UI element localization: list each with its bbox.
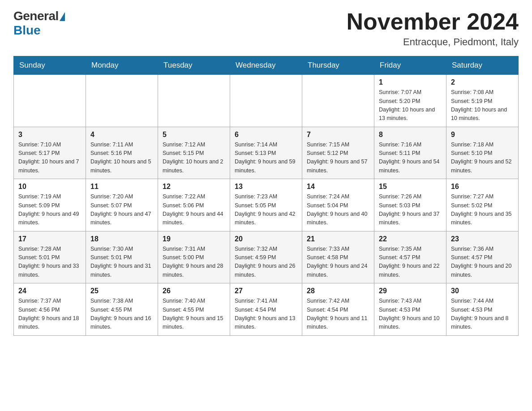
day-info: Sunrise: 7:32 AMSunset: 4:59 PMDaylight:… — [235, 245, 297, 280]
day-info: Sunrise: 7:11 AMSunset: 5:16 PMDaylight:… — [90, 141, 153, 176]
day-info: Sunrise: 7:24 AMSunset: 5:04 PMDaylight:… — [307, 193, 369, 227]
day-number: 23 — [451, 235, 514, 243]
day-info: Sunrise: 7:16 AMSunset: 5:11 PMDaylight:… — [379, 141, 442, 176]
day-info: Sunrise: 7:42 AMSunset: 4:54 PMDaylight:… — [307, 297, 369, 332]
day-info: Sunrise: 7:20 AMSunset: 5:07 PMDaylight:… — [90, 193, 153, 227]
day-number: 7 — [307, 131, 369, 139]
table-row: 5Sunrise: 7:12 AMSunset: 5:15 PMDaylight… — [158, 127, 230, 179]
day-info: Sunrise: 7:08 AMSunset: 5:19 PMDaylight:… — [451, 88, 514, 123]
day-number: 24 — [18, 287, 81, 295]
day-info: Sunrise: 7:36 AMSunset: 4:57 PMDaylight:… — [451, 245, 514, 280]
day-info: Sunrise: 7:23 AMSunset: 5:05 PMDaylight:… — [235, 193, 297, 227]
table-row: 12Sunrise: 7:22 AMSunset: 5:06 PMDayligh… — [158, 179, 230, 231]
table-row: 30Sunrise: 7:44 AMSunset: 4:53 PMDayligh… — [446, 283, 519, 336]
table-row: 23Sunrise: 7:36 AMSunset: 4:57 PMDayligh… — [446, 231, 519, 283]
col-monday: Monday — [86, 56, 158, 75]
week-row-5: 24Sunrise: 7:37 AMSunset: 4:56 PMDayligh… — [14, 283, 519, 336]
day-number: 9 — [451, 131, 514, 139]
day-number: 27 — [235, 287, 297, 295]
location-subtitle: Entracque, Piedmont, Italy — [347, 36, 519, 48]
day-number: 28 — [307, 287, 369, 295]
day-info: Sunrise: 7:15 AMSunset: 5:12 PMDaylight:… — [307, 141, 369, 176]
calendar-header-row: Sunday Monday Tuesday Wednesday Thursday… — [14, 56, 519, 75]
day-number: 17 — [18, 235, 81, 243]
table-row: 27Sunrise: 7:41 AMSunset: 4:54 PMDayligh… — [230, 283, 302, 336]
table-row: 1Sunrise: 7:07 AMSunset: 5:20 PMDaylight… — [374, 75, 446, 127]
day-number: 26 — [163, 287, 225, 295]
day-number: 12 — [163, 183, 225, 191]
table-row — [230, 75, 302, 127]
table-row: 24Sunrise: 7:37 AMSunset: 4:56 PMDayligh… — [14, 283, 86, 336]
table-row: 17Sunrise: 7:28 AMSunset: 5:01 PMDayligh… — [14, 231, 86, 283]
day-info: Sunrise: 7:35 AMSunset: 4:57 PMDaylight:… — [379, 245, 442, 280]
week-row-2: 3Sunrise: 7:10 AMSunset: 5:17 PMDaylight… — [14, 127, 519, 179]
logo: General Blue — [13, 9, 65, 38]
table-row: 18Sunrise: 7:30 AMSunset: 5:01 PMDayligh… — [86, 231, 158, 283]
day-info: Sunrise: 7:33 AMSunset: 4:58 PMDaylight:… — [307, 245, 369, 280]
day-info: Sunrise: 7:37 AMSunset: 4:56 PMDaylight:… — [18, 297, 81, 332]
day-number: 10 — [18, 183, 81, 191]
table-row: 22Sunrise: 7:35 AMSunset: 4:57 PMDayligh… — [374, 231, 446, 283]
logo-general-text: General — [13, 9, 59, 23]
table-row — [302, 75, 374, 127]
table-row: 6Sunrise: 7:14 AMSunset: 5:13 PMDaylight… — [230, 127, 302, 179]
table-row: 20Sunrise: 7:32 AMSunset: 4:59 PMDayligh… — [230, 231, 302, 283]
table-row: 21Sunrise: 7:33 AMSunset: 4:58 PMDayligh… — [302, 231, 374, 283]
day-number: 22 — [379, 235, 442, 243]
day-number: 3 — [18, 131, 81, 139]
day-info: Sunrise: 7:19 AMSunset: 5:09 PMDaylight:… — [18, 193, 81, 227]
page-header: General Blue November 2024 Entracque, Pi… — [13, 9, 519, 48]
day-info: Sunrise: 7:43 AMSunset: 4:53 PMDaylight:… — [379, 297, 442, 332]
day-number: 4 — [90, 131, 153, 139]
table-row — [158, 75, 230, 127]
day-number: 16 — [451, 183, 514, 191]
table-row: 28Sunrise: 7:42 AMSunset: 4:54 PMDayligh… — [302, 283, 374, 336]
table-row: 11Sunrise: 7:20 AMSunset: 5:07 PMDayligh… — [86, 179, 158, 231]
week-row-3: 10Sunrise: 7:19 AMSunset: 5:09 PMDayligh… — [14, 179, 519, 231]
day-number: 20 — [235, 235, 297, 243]
day-number: 6 — [235, 131, 297, 139]
day-info: Sunrise: 7:27 AMSunset: 5:02 PMDaylight:… — [451, 193, 514, 227]
table-row: 19Sunrise: 7:31 AMSunset: 5:00 PMDayligh… — [158, 231, 230, 283]
week-row-1: 1Sunrise: 7:07 AMSunset: 5:20 PMDaylight… — [14, 75, 519, 127]
week-row-4: 17Sunrise: 7:28 AMSunset: 5:01 PMDayligh… — [14, 231, 519, 283]
table-row: 7Sunrise: 7:15 AMSunset: 5:12 PMDaylight… — [302, 127, 374, 179]
day-info: Sunrise: 7:41 AMSunset: 4:54 PMDaylight:… — [235, 297, 297, 332]
table-row: 29Sunrise: 7:43 AMSunset: 4:53 PMDayligh… — [374, 283, 446, 336]
day-info: Sunrise: 7:22 AMSunset: 5:06 PMDaylight:… — [163, 193, 225, 227]
col-sunday: Sunday — [14, 56, 86, 75]
day-number: 11 — [90, 183, 153, 191]
table-row: 13Sunrise: 7:23 AMSunset: 5:05 PMDayligh… — [230, 179, 302, 231]
day-number: 1 — [379, 78, 442, 86]
day-number: 21 — [307, 235, 369, 243]
day-number: 19 — [163, 235, 225, 243]
day-number: 18 — [90, 235, 153, 243]
table-row: 26Sunrise: 7:40 AMSunset: 4:55 PMDayligh… — [158, 283, 230, 336]
day-number: 2 — [451, 78, 514, 86]
day-number: 5 — [163, 131, 225, 139]
table-row: 2Sunrise: 7:08 AMSunset: 5:19 PMDaylight… — [446, 75, 519, 127]
calendar-title-area: November 2024 Entracque, Piedmont, Italy — [347, 9, 519, 48]
col-tuesday: Tuesday — [158, 56, 230, 75]
day-number: 29 — [379, 287, 442, 295]
day-info: Sunrise: 7:26 AMSunset: 5:03 PMDaylight:… — [379, 193, 442, 227]
table-row — [14, 75, 86, 127]
table-row: 10Sunrise: 7:19 AMSunset: 5:09 PMDayligh… — [14, 179, 86, 231]
table-row: 16Sunrise: 7:27 AMSunset: 5:02 PMDayligh… — [446, 179, 519, 231]
day-info: Sunrise: 7:44 AMSunset: 4:53 PMDaylight:… — [451, 297, 514, 332]
day-number: 14 — [307, 183, 369, 191]
table-row: 4Sunrise: 7:11 AMSunset: 5:16 PMDaylight… — [86, 127, 158, 179]
table-row: 8Sunrise: 7:16 AMSunset: 5:11 PMDaylight… — [374, 127, 446, 179]
table-row: 3Sunrise: 7:10 AMSunset: 5:17 PMDaylight… — [14, 127, 86, 179]
day-info: Sunrise: 7:10 AMSunset: 5:17 PMDaylight:… — [18, 141, 81, 176]
col-thursday: Thursday — [302, 56, 374, 75]
table-row: 25Sunrise: 7:38 AMSunset: 4:55 PMDayligh… — [86, 283, 158, 336]
col-saturday: Saturday — [446, 56, 519, 75]
day-info: Sunrise: 7:28 AMSunset: 5:01 PMDaylight:… — [18, 245, 81, 280]
day-info: Sunrise: 7:31 AMSunset: 5:00 PMDaylight:… — [163, 245, 225, 280]
day-info: Sunrise: 7:14 AMSunset: 5:13 PMDaylight:… — [235, 141, 297, 176]
table-row — [86, 75, 158, 127]
col-friday: Friday — [374, 56, 446, 75]
day-info: Sunrise: 7:40 AMSunset: 4:55 PMDaylight:… — [163, 297, 225, 332]
day-info: Sunrise: 7:38 AMSunset: 4:55 PMDaylight:… — [90, 297, 153, 332]
